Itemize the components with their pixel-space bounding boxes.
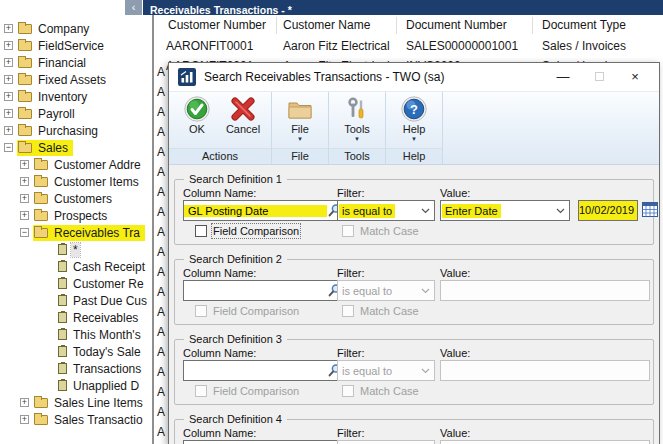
calendar-button[interactable] (642, 202, 659, 219)
tree-item-content[interactable]: Sales (17, 140, 73, 156)
tree-item[interactable]: Customer Re (0, 275, 152, 292)
column-header-customer-name[interactable]: Customer Name (283, 15, 370, 36)
help-menu-button[interactable]: ? Help ▼ (391, 96, 437, 148)
expand-toggle-icon[interactable]: + (4, 75, 13, 84)
column-header-document-type[interactable]: Document Type (542, 15, 626, 36)
cancel-button[interactable]: Cancel (220, 96, 266, 148)
ok-button[interactable]: OK (174, 96, 220, 148)
grid-row-covered[interactable]: A (157, 122, 168, 142)
tree-item[interactable]: Transactions (0, 360, 152, 377)
tree-item-content[interactable]: Fixed Assets (17, 72, 111, 88)
filter-dropdown[interactable]: is equal to (337, 440, 435, 444)
tools-menu-button[interactable]: Tools ▼ (334, 96, 380, 148)
sidebar-collapse-button[interactable]: ‹ (125, 0, 142, 15)
grid-row-covered[interactable]: A (157, 62, 168, 82)
value-input[interactable] (440, 440, 650, 444)
minimize-button[interactable]: — (545, 63, 581, 91)
tree-item[interactable]: Past Due Cus (0, 292, 152, 309)
tree-item[interactable]: Cash Receipt (0, 258, 152, 275)
tree-item[interactable]: + Purchasing (0, 122, 152, 139)
tree-item-content[interactable]: Customer Addre (33, 157, 146, 173)
tree-item[interactable]: + Company (0, 20, 152, 37)
table-row[interactable]: AARONFIT0001 Aaron Fitz Electrical SALES… (156, 36, 663, 56)
tree-item[interactable]: This Month's (0, 326, 152, 343)
tree-item-content[interactable]: Unapplied D (57, 378, 144, 394)
expand-toggle-icon[interactable]: + (20, 415, 29, 424)
tree-item-content[interactable]: Today's Sale (57, 344, 146, 360)
tree-item[interactable]: + FieldService (0, 37, 152, 54)
grid-row-covered[interactable]: A (157, 222, 168, 242)
tree-item[interactable]: + Financial (0, 54, 152, 71)
grid-row-covered[interactable]: A (157, 262, 168, 282)
tree-item-content[interactable]: Prospects (33, 208, 112, 224)
column-name-input[interactable] (183, 280, 343, 301)
dialog-titlebar[interactable]: Search Receivables Transactions - TWO (s… (169, 63, 659, 91)
tree-item-content[interactable]: Cash Receipt (57, 259, 150, 275)
column-name-input[interactable]: GL Posting Date (183, 200, 343, 221)
value-dropdown[interactable]: Enter Date (440, 200, 570, 221)
tree-item-content[interactable]: FieldService (17, 38, 109, 54)
tree-item[interactable]: + Prospects (0, 207, 152, 224)
tree-item[interactable]: + Sales Line Items (0, 394, 152, 411)
tree-item[interactable]: Unapplied D (0, 377, 152, 394)
grid-row-covered[interactable]: A (157, 242, 168, 262)
grid-row-covered[interactable]: A (157, 282, 168, 302)
tree-item[interactable]: + Customers (0, 190, 152, 207)
tree-item[interactable]: + Customer Addre (0, 156, 152, 173)
tree-item-content[interactable]: Transactions (57, 361, 146, 377)
grid-row-covered[interactable]: A (157, 162, 168, 182)
value-input[interactable] (440, 360, 650, 381)
expand-toggle-icon[interactable]: + (20, 211, 29, 220)
grid-row-covered[interactable]: A (157, 142, 168, 162)
file-menu-button[interactable]: File ▼ (277, 96, 323, 148)
grid-row-covered[interactable]: A (157, 322, 168, 342)
tree-item[interactable]: + Customer Items (0, 173, 152, 190)
tree-item-content[interactable]: Receivables Tra (33, 225, 145, 241)
grid-row-covered[interactable]: A (157, 382, 168, 402)
grid-row-covered[interactable]: A (157, 82, 168, 102)
grid-row-covered[interactable]: A (157, 362, 168, 382)
expand-toggle-icon[interactable]: + (20, 177, 29, 186)
expand-toggle-icon[interactable]: + (20, 160, 29, 169)
tree-item[interactable]: Today's Sale (0, 343, 152, 360)
field-comparison-checkbox[interactable] (195, 225, 207, 237)
tree-item[interactable]: + Sales Transactio (0, 411, 152, 428)
tree-item[interactable]: − Receivables Tra (0, 224, 152, 241)
tree-item-content[interactable]: Receivables (57, 310, 143, 326)
expand-toggle-icon[interactable]: + (20, 194, 29, 203)
tree-item-content[interactable]: Inventory (17, 89, 92, 105)
filter-dropdown[interactable]: is equal to (337, 360, 435, 381)
column-name-input[interactable] (183, 360, 343, 381)
expand-toggle-icon[interactable]: + (4, 24, 13, 33)
expand-toggle-icon[interactable]: + (4, 41, 13, 50)
grid-row-covered[interactable]: A (157, 422, 168, 442)
value-input[interactable] (440, 280, 650, 301)
tree-item-content[interactable]: Purchasing (17, 123, 103, 139)
tree-item-content[interactable]: Past Due Cus (57, 293, 152, 309)
grid-row-covered[interactable]: A (157, 402, 168, 422)
expand-toggle-icon[interactable]: + (20, 398, 29, 407)
tree-item-content[interactable]: Financial (17, 55, 91, 71)
tree-item-content[interactable]: Customers (33, 191, 117, 207)
grid-row-covered[interactable]: A (157, 302, 168, 322)
field-comparison-checkbox-row[interactable]: Field Comparison (195, 225, 299, 237)
tree-item-content[interactable]: Customer Items (33, 174, 144, 190)
tree-item[interactable]: * (0, 241, 152, 258)
tree-item-content[interactable]: Company (17, 21, 94, 37)
filter-dropdown[interactable]: is equal to (337, 280, 435, 301)
grid-row-covered[interactable]: A (157, 182, 168, 202)
expand-toggle-icon[interactable]: + (4, 92, 13, 101)
close-button[interactable]: × (617, 63, 653, 91)
expand-toggle-icon[interactable]: + (4, 126, 13, 135)
filter-dropdown[interactable]: is equal to (337, 200, 435, 221)
expand-toggle-icon[interactable]: − (20, 228, 29, 237)
tree-item-content[interactable]: * (57, 242, 83, 258)
tree-item-content[interactable]: Sales Line Items (33, 395, 148, 411)
grid-row-covered[interactable]: A (157, 342, 168, 362)
tree-item[interactable]: + Payroll (0, 105, 152, 122)
column-header-document-number[interactable]: Document Number (406, 15, 507, 36)
tree-item[interactable]: + Fixed Assets (0, 71, 152, 88)
tree-item[interactable]: + Inventory (0, 88, 152, 105)
expand-toggle-icon[interactable]: + (4, 58, 13, 67)
expand-toggle-icon[interactable]: − (4, 143, 13, 152)
